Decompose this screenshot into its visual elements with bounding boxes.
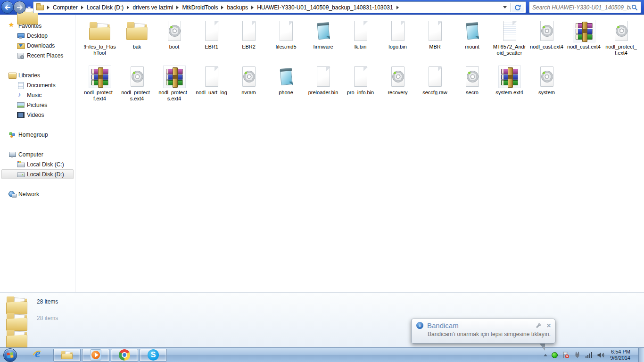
file-item[interactable]: recovery bbox=[379, 65, 416, 110]
file-label: nodl_protect_s.ext4 bbox=[120, 90, 154, 102]
file-item[interactable]: boot bbox=[156, 19, 193, 65]
file-item[interactable]: nodl_protect_f.ext4 bbox=[81, 65, 118, 110]
power-plug-icon[interactable] bbox=[574, 351, 581, 359]
sidebar-item[interactable]: Desktop bbox=[1, 31, 74, 41]
sidebar-item[interactable]: Network bbox=[1, 189, 74, 199]
sidebar-item[interactable]: Documents bbox=[1, 80, 74, 90]
sidebar-item[interactable]: Local Disk (C:) bbox=[1, 159, 74, 169]
search-icon[interactable] bbox=[631, 4, 638, 11]
refresh-button[interactable] bbox=[512, 2, 524, 12]
window-topbar: Computer Local Disk (D:) drivers ve lazi… bbox=[0, 0, 644, 15]
file-item[interactable]: firmware bbox=[305, 19, 342, 65]
taskbar-app-button[interactable] bbox=[53, 349, 81, 362]
file-item[interactable]: preloader.bin bbox=[305, 65, 342, 110]
volume-icon[interactable] bbox=[597, 352, 605, 359]
file-item[interactable]: files.md5 bbox=[267, 19, 305, 65]
file-item[interactable]: !Files_to_FlashTool bbox=[81, 19, 118, 65]
info-icon bbox=[416, 322, 423, 329]
sidebar-item-icon bbox=[17, 101, 24, 108]
file-item[interactable]: system.ext4 bbox=[491, 65, 528, 110]
sidebar-item[interactable]: Music bbox=[1, 90, 74, 100]
file-label: MBR bbox=[429, 44, 440, 50]
close-icon[interactable]: ✕ bbox=[546, 322, 551, 329]
recent-pages-chevron-icon[interactable] bbox=[27, 7, 31, 9]
sidebar-item[interactable]: Recent Places bbox=[1, 50, 74, 60]
sidebar-item-icon bbox=[8, 190, 16, 197]
breadcrumb-segment[interactable]: drivers ve lazimi bbox=[131, 3, 175, 12]
breadcrumb-segment[interactable]: Local Disk (D:) bbox=[85, 3, 126, 12]
search-box[interactable]: Search HUAWEI-Y330-U01_140509_ba... bbox=[529, 1, 641, 13]
sidebar-item[interactable]: Homegroup bbox=[1, 130, 74, 140]
bandicam-tray-icon[interactable] bbox=[552, 352, 558, 358]
sidebar-item[interactable]: Libraries bbox=[1, 70, 74, 80]
breadcrumb-separator-icon bbox=[176, 6, 179, 9]
sidebar-item[interactable]: Videos bbox=[1, 110, 74, 120]
file-item[interactable]: lk.bin bbox=[342, 19, 379, 65]
file-item[interactable]: mount bbox=[454, 19, 491, 65]
details-folder-icon-ghost bbox=[6, 328, 28, 347]
breadcrumb-segment[interactable]: Computer bbox=[51, 3, 80, 12]
file-label: secro bbox=[466, 90, 479, 96]
taskbar-app-button[interactable] bbox=[82, 349, 109, 362]
file-label: mount bbox=[465, 44, 479, 50]
breadcrumb-segment[interactable]: HUAWEI-Y330-U01_140509_backup_140831-103… bbox=[255, 3, 395, 12]
file-item[interactable]: secro bbox=[454, 65, 491, 110]
file-label: EBR2 bbox=[242, 44, 256, 50]
breadcrumb-separator-icon bbox=[127, 6, 129, 9]
file-item[interactable]: phone bbox=[267, 65, 305, 110]
sidebar-item-label: Pictures bbox=[27, 102, 47, 108]
file-item[interactable]: nodl_cust.ext4 bbox=[528, 19, 565, 65]
file-icon bbox=[126, 20, 149, 42]
file-item[interactable]: system bbox=[528, 65, 565, 110]
file-label: !Files_to_FlashTool bbox=[83, 44, 117, 56]
refresh-icon bbox=[514, 4, 521, 11]
breadcrumb: Computer Local Disk (D:) drivers ve lazi… bbox=[51, 3, 400, 12]
taskbar-app-icon bbox=[90, 349, 102, 361]
file-item[interactable]: logo.bin bbox=[379, 19, 416, 65]
file-item[interactable]: nodl_protect_f.ext4 bbox=[603, 19, 640, 65]
file-icon bbox=[312, 66, 335, 88]
action-center-flag-icon[interactable] bbox=[562, 351, 570, 359]
file-label: seccfg.raw bbox=[422, 90, 447, 96]
file-item[interactable]: bak bbox=[118, 19, 156, 65]
file-item[interactable]: EBR2 bbox=[230, 19, 267, 65]
network-signal-icon[interactable] bbox=[585, 352, 593, 358]
file-item[interactable]: pro_info.bin bbox=[342, 65, 379, 110]
file-item[interactable]: MT6572_Android_scatter bbox=[491, 19, 528, 65]
taskbar-app-button[interactable] bbox=[25, 349, 52, 362]
file-item[interactable]: nodl_cust.ext4 bbox=[565, 19, 603, 65]
file-item[interactable]: seccfg.raw bbox=[416, 65, 454, 110]
taskbar-clock[interactable]: 6:54 PM 9/6/2014 bbox=[610, 349, 630, 361]
file-item[interactable]: nodl_protect_s.ext4 bbox=[118, 65, 156, 110]
item-count-ghost: 28 items bbox=[37, 315, 58, 321]
hidden-icons-arrow-icon[interactable] bbox=[544, 354, 547, 356]
file-label: system bbox=[538, 90, 555, 96]
sidebar-item[interactable]: Local Disk (D:) bbox=[1, 169, 74, 179]
file-item[interactable]: EBR1 bbox=[193, 19, 230, 65]
back-button[interactable] bbox=[1, 1, 14, 14]
sidebar-item[interactable]: Downloads bbox=[1, 41, 74, 50]
file-item[interactable]: nodl_uart_log bbox=[193, 65, 230, 110]
file-label: bak bbox=[133, 44, 141, 50]
address-bar[interactable]: Computer Local Disk (D:) drivers ve lazi… bbox=[33, 1, 526, 13]
sidebar-item[interactable]: Computer bbox=[1, 149, 74, 159]
sidebar-item-label: Computer bbox=[18, 151, 43, 158]
breadcrumb-segment[interactable]: MtkDroidTools bbox=[180, 3, 220, 12]
file-item[interactable]: nodl_protect_s.ext4 bbox=[156, 65, 193, 110]
file-item[interactable]: MBR bbox=[416, 19, 454, 65]
sidebar-item[interactable]: Pictures bbox=[1, 100, 74, 110]
taskbar-app-icon bbox=[61, 349, 73, 361]
start-button[interactable] bbox=[2, 348, 18, 362]
address-dropdown-icon[interactable] bbox=[503, 6, 507, 8]
show-desktop-button[interactable] bbox=[638, 348, 644, 362]
taskbar-app-button[interactable] bbox=[111, 349, 138, 362]
sidebar-item-label: Videos bbox=[27, 112, 44, 118]
breadcrumb-segment[interactable]: backups bbox=[225, 3, 250, 12]
file-icon bbox=[238, 66, 260, 88]
taskbar-app-button[interactable] bbox=[140, 349, 167, 362]
taskbar-app-icon bbox=[118, 349, 131, 361]
file-item[interactable]: nvram bbox=[230, 65, 267, 110]
forward-button[interactable] bbox=[13, 1, 26, 14]
breadcrumb-separator-icon bbox=[81, 6, 83, 9]
wrench-icon[interactable] bbox=[535, 322, 542, 329]
